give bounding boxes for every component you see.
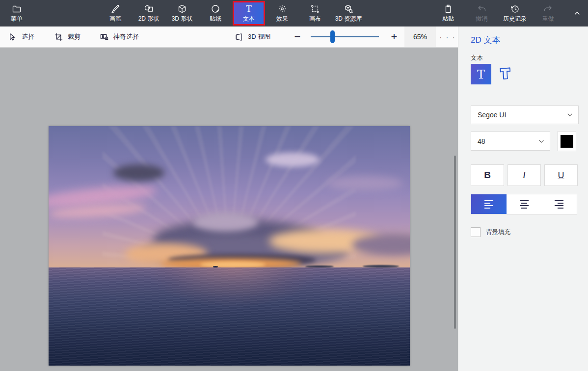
brushes-button[interactable]: 画笔 bbox=[99, 1, 132, 26]
zoom-level-button[interactable]: 65% bbox=[404, 26, 436, 47]
chevron-up-icon bbox=[573, 9, 582, 18]
zoom-level-value: 65% bbox=[413, 33, 427, 41]
text-color-swatch bbox=[561, 135, 573, 148]
vertical-scrollbar[interactable] bbox=[454, 156, 456, 329]
3d-shapes-label: 3D 形状 bbox=[172, 15, 193, 23]
zoom-in-button[interactable]: + bbox=[389, 26, 399, 47]
align-left-icon bbox=[483, 199, 495, 209]
select-tool-button[interactable]: 选择 bbox=[8, 26, 34, 47]
magic-select-label: 神奇选择 bbox=[113, 32, 139, 41]
canvas-button[interactable]: 画布 bbox=[299, 1, 331, 26]
3d-view-label: 3D 视图 bbox=[248, 32, 270, 41]
italic-glyph: I bbox=[523, 170, 526, 181]
3d-library-label: 3D 资源库 bbox=[335, 15, 362, 23]
bold-button[interactable]: B bbox=[471, 164, 504, 186]
redo-icon bbox=[543, 4, 553, 14]
brush-icon bbox=[110, 4, 120, 14]
history-label: 历史记录 bbox=[503, 15, 527, 23]
italic-button[interactable]: I bbox=[508, 164, 541, 186]
clipboard-icon bbox=[443, 4, 453, 14]
3d-text-type-button[interactable] bbox=[497, 65, 515, 84]
ellipsis-icon: · · · bbox=[439, 33, 455, 41]
photo-island bbox=[363, 265, 399, 267]
3d-library-button[interactable]: 3D 资源库 bbox=[327, 1, 370, 26]
text-color-button[interactable] bbox=[558, 131, 576, 151]
font-size-dropdown[interactable]: 48 bbox=[471, 132, 550, 151]
zoom-slider[interactable] bbox=[311, 26, 379, 47]
2d-text-type-button[interactable]: T bbox=[471, 64, 491, 84]
text-tool-icon: T bbox=[246, 4, 252, 14]
redo-label: 重做 bbox=[542, 15, 554, 23]
2d-shapes-label: 2D 形状 bbox=[138, 15, 160, 23]
undo-button[interactable]: 撤消 bbox=[465, 1, 498, 26]
sun-icon bbox=[277, 4, 287, 14]
select-tool-label: 选择 bbox=[22, 32, 34, 41]
effects-label: 效果 bbox=[276, 15, 288, 23]
folder-icon bbox=[12, 4, 22, 14]
magic-select-button[interactable]: 神奇选择 bbox=[100, 26, 139, 47]
text-button[interactable]: T 文本 bbox=[233, 1, 265, 26]
align-right-icon bbox=[553, 199, 565, 209]
font-family-value: Segoe UI bbox=[478, 111, 506, 119]
background-fill-row[interactable]: 背景填充 bbox=[471, 227, 510, 237]
zoom-slider-track[interactable] bbox=[311, 36, 379, 37]
align-right-button[interactable] bbox=[541, 194, 577, 214]
paint3d-window: 菜单 画笔 2D 形状 3D 形状 贴纸 T 文本 效果 画布 bbox=[0, 0, 588, 371]
menu-button[interactable]: 菜单 bbox=[5, 1, 28, 26]
redo-button[interactable]: 重做 bbox=[532, 1, 564, 26]
photo-bright-cloud bbox=[266, 153, 320, 167]
collapse-ribbon-button[interactable] bbox=[571, 7, 584, 20]
crop-tool-button[interactable]: 裁剪 bbox=[54, 26, 80, 47]
photo-cloud-highlight bbox=[193, 212, 258, 232]
effects-button[interactable]: 效果 bbox=[266, 1, 298, 26]
minus-icon: − bbox=[294, 30, 301, 43]
chevron-down-icon bbox=[566, 111, 573, 118]
history-clock-icon bbox=[510, 4, 520, 14]
align-center-icon bbox=[518, 199, 530, 209]
cursor-icon bbox=[8, 32, 17, 42]
photo-cloud-wisp bbox=[327, 176, 403, 190]
font-family-dropdown[interactable]: Segoe UI bbox=[471, 106, 579, 124]
canvas-workspace[interactable] bbox=[0, 48, 458, 371]
more-options-button[interactable]: · · · bbox=[438, 26, 457, 47]
paste-label: 粘贴 bbox=[442, 15, 454, 23]
top-toolbar: 菜单 画笔 2D 形状 3D 形状 贴纸 T 文本 效果 画布 bbox=[0, 0, 588, 26]
3d-view-icon bbox=[234, 32, 243, 42]
crop-tool-label: 裁剪 bbox=[68, 32, 80, 41]
text-section-label: 文本 bbox=[471, 54, 483, 62]
crop-icon bbox=[54, 32, 63, 42]
stickers-button[interactable]: 贴纸 bbox=[199, 1, 232, 26]
magic-select-icon bbox=[100, 32, 109, 42]
menu-label: 菜单 bbox=[11, 15, 23, 23]
undo-icon bbox=[477, 4, 486, 14]
photo-dark-cloud-patch bbox=[113, 164, 164, 181]
align-left-button[interactable] bbox=[471, 194, 507, 214]
2d-text-icon: T bbox=[477, 67, 485, 82]
align-center-button[interactable] bbox=[507, 194, 542, 214]
bold-glyph: B bbox=[484, 170, 491, 181]
background-fill-label: 背景填充 bbox=[486, 228, 510, 237]
undo-label: 撤消 bbox=[476, 15, 487, 23]
zoom-out-button[interactable]: − bbox=[293, 26, 302, 47]
canvas-frame-icon bbox=[310, 4, 320, 14]
background-fill-checkbox[interactable] bbox=[471, 227, 481, 237]
sticker-icon bbox=[211, 4, 220, 14]
brushes-label: 画笔 bbox=[109, 15, 121, 23]
underline-button[interactable]: U bbox=[544, 164, 578, 186]
chevron-down-icon bbox=[538, 138, 545, 145]
2d-shapes-button[interactable]: 2D 形状 bbox=[133, 1, 165, 26]
3d-view-button[interactable]: 3D 视图 bbox=[234, 26, 270, 47]
history-button[interactable]: 历史记录 bbox=[494, 1, 536, 26]
paste-button[interactable]: 粘贴 bbox=[432, 1, 464, 26]
photo-sea bbox=[49, 267, 410, 366]
stickers-label: 贴纸 bbox=[210, 15, 221, 23]
text-label: 文本 bbox=[243, 15, 255, 23]
zoom-slider-thumb[interactable] bbox=[330, 30, 335, 43]
cube-search-icon bbox=[344, 4, 353, 14]
underline-glyph: U bbox=[558, 170, 564, 181]
canvas-image[interactable] bbox=[49, 126, 410, 366]
canvas-label: 画布 bbox=[309, 15, 321, 23]
3d-text-icon bbox=[498, 66, 514, 83]
3d-shapes-button[interactable]: 3D 形状 bbox=[166, 1, 198, 26]
plus-icon: + bbox=[391, 30, 398, 43]
